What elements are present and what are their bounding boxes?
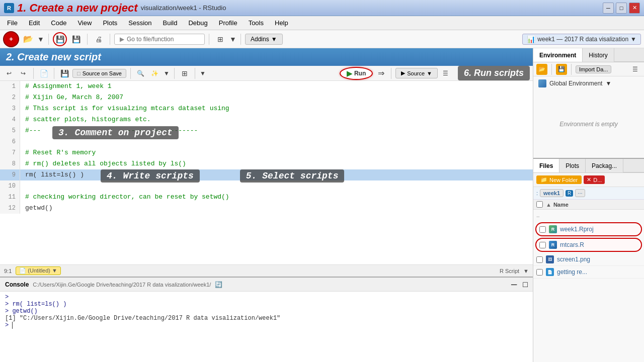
menu-profile[interactable]: Profile bbox=[214, 18, 243, 28]
list-view-button[interactable]: ☰ bbox=[629, 63, 641, 75]
chunk-button[interactable]: ⊞ bbox=[179, 67, 191, 79]
week1rproj-checkbox[interactable] bbox=[539, 226, 546, 233]
file-item-week1rproj[interactable]: R week1.Rproj bbox=[535, 222, 642, 236]
menu-session[interactable]: Session bbox=[123, 18, 156, 28]
file-breadcrumb: : week1 R ··· bbox=[533, 187, 644, 200]
file-item-screen1png[interactable]: 🖼 screen1.png bbox=[533, 253, 644, 266]
new-file-button[interactable]: + bbox=[3, 31, 19, 47]
separator-1 bbox=[48, 34, 49, 45]
comment-project-annotation: 3. Comment on project bbox=[52, 126, 179, 139]
sep5 bbox=[195, 68, 195, 79]
name-column-label: Name bbox=[553, 202, 569, 208]
minimize-button[interactable]: ─ bbox=[603, 3, 614, 14]
environment-panel: Environment History 📂 💾 Import Da... ☰ G… bbox=[533, 48, 644, 159]
menu-build[interactable]: Build bbox=[158, 18, 183, 28]
menu-plots[interactable]: Plots bbox=[98, 18, 122, 28]
menu-edit[interactable]: Edit bbox=[24, 18, 45, 28]
save-button[interactable]: 💾 bbox=[53, 32, 67, 46]
maximize-button[interactable]: □ bbox=[616, 3, 627, 14]
week1rproj-name: week1.Rproj bbox=[560, 226, 638, 233]
file-item-mtcarsr[interactable]: R mtcars.R bbox=[535, 238, 642, 252]
code-line-8: 8 # rm() deletes all objects listed by l… bbox=[0, 158, 533, 169]
refresh-icon[interactable]: 🔄 bbox=[215, 281, 222, 288]
undo-button[interactable]: ↩ bbox=[3, 67, 15, 79]
select-all-checkbox[interactable] bbox=[536, 201, 543, 208]
separator-3 bbox=[110, 34, 110, 45]
sep2 bbox=[54, 68, 54, 79]
magic-wand-button[interactable]: ✨ bbox=[149, 67, 161, 79]
env-save-button[interactable]: 💾 bbox=[556, 64, 567, 75]
addins-arrow: ▼ bbox=[271, 36, 277, 43]
run-button[interactable]: ▶ Run bbox=[340, 67, 373, 80]
search-button[interactable]: 🔍 bbox=[135, 67, 147, 79]
print-button[interactable]: 🖨 bbox=[92, 32, 106, 46]
tab-environment[interactable]: Environment bbox=[533, 48, 583, 62]
go-to-file-input[interactable]: ▶ Go to file/function bbox=[114, 34, 205, 45]
source-button[interactable]: ▶ Source ▼ bbox=[395, 68, 438, 78]
week1-folder-label[interactable]: week1 bbox=[540, 189, 564, 197]
tab-history[interactable]: History bbox=[583, 48, 614, 62]
console-blank-prompt: > bbox=[5, 294, 528, 301]
new-folder-button[interactable]: 📁 New Folder bbox=[536, 175, 582, 184]
code-line-11: 11 # checking working director, can be r… bbox=[0, 192, 533, 203]
tab-packages[interactable]: Packag... bbox=[586, 159, 623, 172]
source-on-save-button[interactable]: □ Source on Save bbox=[72, 69, 126, 78]
minimize-console-icon[interactable]: ─ bbox=[511, 280, 517, 289]
addins-label: Addins bbox=[251, 36, 269, 43]
console-cmd-rm: > rm( list=ls() ) bbox=[5, 301, 528, 308]
addins-button[interactable]: Addins ▼ bbox=[245, 34, 283, 45]
run-arrow-icon: ▶ bbox=[347, 69, 352, 77]
file-item-getting[interactable]: 📄 getting re... bbox=[533, 266, 644, 279]
console-label: Console bbox=[5, 281, 29, 288]
options-dropdown[interactable]: ▼ bbox=[199, 67, 206, 79]
more-options-button[interactable]: ··· bbox=[575, 189, 585, 197]
getting-name: getting re... bbox=[557, 268, 641, 276]
redo-button[interactable]: ↪ bbox=[17, 67, 29, 79]
project-label: 📊 week1 — 2017 R data visalization ▼ bbox=[522, 34, 641, 45]
import-data-button[interactable]: Import Da... bbox=[576, 65, 611, 73]
sep2 bbox=[571, 64, 572, 75]
menu-code[interactable]: Code bbox=[46, 18, 71, 28]
menu-tools[interactable]: Tools bbox=[244, 18, 269, 28]
title-bar-left: R 1. Create a new project visualization/… bbox=[4, 2, 226, 15]
file-indicator[interactable]: 📄 (Untitled) ▼ bbox=[16, 266, 61, 275]
sort-ascending-icon: ▲ bbox=[546, 202, 551, 208]
line5-wrapper: 5 #--- -------------------- 3. Comment o… bbox=[0, 125, 533, 136]
menu-debug[interactable]: Debug bbox=[183, 18, 212, 28]
maximize-console-icon[interactable]: □ bbox=[523, 280, 528, 289]
write-scripts-annotation: 4. Write scripts bbox=[101, 169, 200, 183]
app-icon: R bbox=[4, 3, 14, 13]
source-icon-button[interactable]: 📄 bbox=[38, 67, 50, 79]
global-env-icon bbox=[538, 79, 546, 87]
menu-file[interactable]: File bbox=[2, 18, 23, 28]
env-folder-button[interactable]: 📂 bbox=[536, 64, 547, 75]
env-empty-message: Environment is empty bbox=[533, 90, 644, 158]
delete-button[interactable]: ✕ D... bbox=[584, 175, 605, 184]
format-button[interactable]: ☰ bbox=[440, 67, 452, 79]
save-editor-button[interactable]: 💾 bbox=[58, 67, 70, 79]
menu-view[interactable]: View bbox=[72, 18, 97, 28]
grid-dropdown[interactable]: ▼ bbox=[229, 32, 236, 46]
close-button[interactable]: ✕ bbox=[629, 3, 640, 14]
tab-files[interactable]: Files bbox=[533, 159, 559, 172]
console-content[interactable]: > > rm( list=ls() ) > getwd() [1] "C:/Us… bbox=[0, 292, 533, 362]
screen1png-checkbox[interactable] bbox=[536, 256, 543, 263]
screen1png-name: screen1.png bbox=[557, 256, 641, 263]
editor-toolbar: ↩ ↪ 📄 💾 □ Source on Save 🔍 ✨ ▼ ⊞ ▼ ▶ Run bbox=[0, 66, 533, 81]
tab-plots[interactable]: Plots bbox=[559, 159, 586, 172]
save-all-button[interactable]: 💾 bbox=[69, 32, 83, 46]
grid-view-button[interactable]: ⊞ bbox=[213, 32, 227, 46]
dropdown-arrow[interactable]: ▼ bbox=[37, 32, 44, 46]
separator-2 bbox=[87, 34, 88, 45]
console-path: C:/Users/Xijin.Ge/Google Drive/teaching/… bbox=[33, 282, 211, 288]
getting-checkbox[interactable] bbox=[536, 269, 543, 276]
parent-dir-item[interactable]: .. bbox=[533, 210, 644, 221]
global-env-label: Global Environment bbox=[549, 80, 602, 87]
code-line-7: 7 # Reset R's memory bbox=[0, 147, 533, 158]
run-next-button[interactable]: ⇒ bbox=[375, 67, 387, 79]
menu-help[interactable]: Help bbox=[270, 18, 293, 28]
open-file-button[interactable]: 📂 bbox=[21, 32, 35, 46]
magic-dropdown[interactable]: ▼ bbox=[163, 67, 170, 79]
mtcarsr-checkbox[interactable] bbox=[539, 242, 546, 248]
code-editor[interactable]: 1 # Assignment 1, week 1 2 # Xijin Ge, M… bbox=[0, 81, 533, 264]
